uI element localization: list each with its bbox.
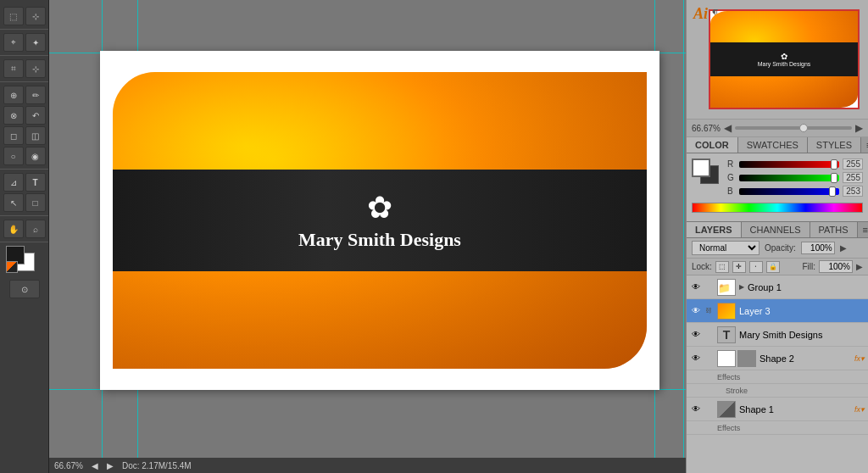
layer-eye-shape1[interactable]: 👁 [690,403,702,415]
layers-panel-tabs: LAYERS CHANNELS PATHS ≡ [687,221,868,238]
brush-tool[interactable]: ✏ [25,86,46,104]
tab-color[interactable]: COLOR [687,137,738,153]
layer-eye-layer3[interactable]: 👁 [690,305,702,317]
shape-tool[interactable]: □ [25,193,46,212]
dodge-tool[interactable]: ○ [3,147,24,165]
color-panel: R 255 G 255 B [687,153,868,221]
blur-tool[interactable]: ◉ [25,147,46,165]
doc-info: Doc: 2.17M/15.4M [122,461,192,470]
foreground-swatch[interactable] [692,159,710,177]
layer-row-shape1[interactable]: 👁 Shape 1 fx▾ [687,398,868,421]
lasso-tool[interactable]: ⌖ [3,33,24,52]
zoom-slider[interactable] [735,126,852,130]
layer-row-layer3[interactable]: 👁 ⛓ Layer 3 [687,299,868,323]
crop-tool[interactable]: ⌗ [3,59,24,78]
zoom-bar: 66.67% ◀ ▶ [687,119,868,137]
zoom-right-arrow[interactable]: ▶ [855,122,863,134]
fill-input[interactable] [819,260,853,273]
green-slider[interactable] [739,175,839,181]
layer-thumb-layer3 [717,303,736,320]
layer-fx-shape1: fx▾ [854,405,865,414]
fill-label: Fill: [802,262,815,271]
layers-toolbar-lock: Lock: ⬚ ✛ ⬝ 🔒 Fill: ▶ [687,259,868,275]
spectrum-bar[interactable] [692,203,863,213]
marquee-tool[interactable]: ⬚ [3,7,24,25]
layer-eye-marysmith[interactable]: 👁 [690,329,702,341]
layer-fx-shape2: fx▾ [854,354,865,363]
blue-slider-handle[interactable] [829,186,836,197]
magic-wand-tool[interactable]: ✦ [25,33,46,52]
pen-tool[interactable]: ⊿ [3,173,24,192]
layer-row-group1[interactable]: 👁 📁 ▶ Group 1 [687,275,868,299]
opacity-input[interactable] [801,242,835,254]
lock-pixels-btn[interactable]: ⬚ [715,261,729,273]
thumbnail-wrapper[interactable]: ✿ Mary Smith Designs [709,9,860,109]
history-brush-tool[interactable]: ↶ [25,106,46,125]
card-inner: ✿ Mary Smith Designs [113,72,647,369]
eraser-tool[interactable]: ◻ [3,126,24,145]
swap-colors-icon[interactable] [6,261,18,273]
hand-tool[interactable]: ✋ [3,220,24,238]
tab-layers[interactable]: LAYERS [687,222,742,237]
canvas-area[interactable]: ✿ Mary Smith Designs 66.67% ◀ ▶ Doc: 2.1… [49,0,686,473]
blue-slider[interactable] [739,188,839,195]
lock-position-btn[interactable]: ✛ [732,261,746,273]
ai-label: Ai [693,5,708,23]
r-value[interactable]: 255 [843,159,863,170]
status-arrow-right[interactable]: ▶ [107,461,114,470]
green-slider-handle[interactable] [831,173,837,183]
fill-arrow[interactable]: ▶ [856,262,863,271]
heal-tool[interactable]: ⊕ [3,86,24,104]
layer-stroke-shape2: Stroke [687,384,868,398]
opacity-label: Opacity: [765,243,796,253]
zoom-slider-handle[interactable] [799,124,808,132]
card-logo-flower: ✿ [367,190,392,225]
opacity-arrow[interactable]: ▶ [840,243,847,253]
zoom-value: 66.67% [692,124,721,133]
tab-channels[interactable]: CHANNELS [742,222,810,237]
red-slider[interactable] [739,161,839,168]
green-slider-row: G 255 [727,172,863,183]
zoom-left-arrow[interactable]: ◀ [724,122,732,134]
tab-paths[interactable]: PATHS [810,222,858,237]
layer-name-group1: Group 1 [748,282,865,292]
layer-link-layer3: ⛓ [705,307,714,314]
lock-icon-btn[interactable]: 🔒 [766,261,780,273]
layer-eye-shape2[interactable]: 👁 [690,353,702,364]
tool-group-selection: ⌖ ✦ [0,30,48,56]
zoom-percentage: 66.67% [54,461,83,470]
b-value[interactable]: 253 [843,186,863,197]
zoom-tool[interactable]: ⌕ [25,220,46,238]
red-slider-handle[interactable] [831,159,837,170]
type-tool[interactable]: T [25,173,46,192]
eyedropper-tool[interactable]: ⊹ [25,59,46,78]
color-panel-tabs: COLOR SWATCHES STYLES ≡ [687,137,868,153]
right-panels: Ai ¶ ✿ Mary Smith Designs 66.67% ◀ ▶ COL… [686,0,868,473]
tab-swatches[interactable]: SWATCHES [738,137,808,153]
tab-styles[interactable]: STYLES [808,137,861,153]
layer-row-shape2[interactable]: 👁 Shape 2 fx▾ [687,347,868,370]
group-expand-arrow[interactable]: ▶ [739,283,744,291]
layers-panel-menu[interactable]: ≡ [858,222,868,237]
layer-name-layer3: Layer 3 [739,306,865,316]
tool-group-vector: ⊿ T ↖ □ [0,170,48,216]
lock-all-btn[interactable]: ⬝ [749,261,763,273]
r-label: R [727,159,736,169]
thumbnail-card: ✿ Mary Smith Designs [710,11,858,108]
layer-eye-group1[interactable]: 👁 [690,281,702,293]
path-select-tool[interactable]: ↖ [3,193,24,212]
layer-thumb-shape1 [717,401,736,418]
screen-mode-tool[interactable]: ⊙ [9,280,40,298]
tool-group-navigate: ✋ ⌕ [0,216,48,242]
layer-effects-shape1: Effects [687,421,868,435]
layer-row-marysmith[interactable]: 👁 T Mary Smith Designs [687,323,868,347]
color-sliders-group: R 255 G 255 B [727,159,863,199]
move-tool[interactable]: ⊹ [25,7,46,25]
g-value[interactable]: 255 [843,172,863,183]
red-slider-row: R 255 [727,159,863,170]
clone-tool[interactable]: ⊗ [3,106,24,125]
color-panel-menu[interactable]: ≡ [861,137,868,153]
status-arrow-left[interactable]: ◀ [92,461,98,470]
blend-mode-select[interactable]: Normal [692,241,760,255]
gradient-tool[interactable]: ◫ [25,126,46,145]
